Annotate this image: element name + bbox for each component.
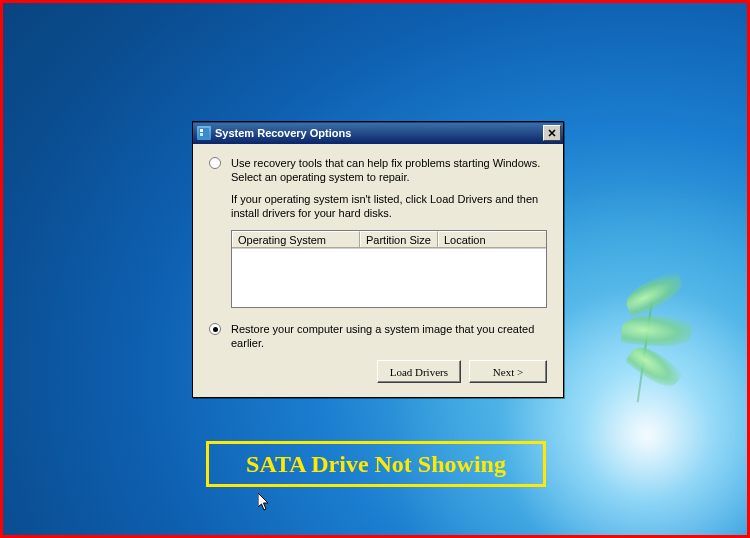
button-row: Load Drivers Next > bbox=[209, 360, 547, 383]
option-recovery-tools[interactable]: Use recovery tools that can help fix pro… bbox=[209, 156, 547, 184]
svg-rect-1 bbox=[200, 129, 203, 132]
os-list[interactable]: Operating System Partition Size Location bbox=[231, 230, 547, 308]
annotation-overlay: SATA Drive Not Showing bbox=[206, 441, 546, 487]
radio-restore-image[interactable] bbox=[209, 323, 221, 335]
dialog-body: Use recovery tools that can help fix pro… bbox=[193, 144, 563, 397]
option-recovery-tools-label: Use recovery tools that can help fix pro… bbox=[231, 156, 547, 184]
load-drivers-button[interactable]: Load Drivers bbox=[377, 360, 461, 383]
app-icon bbox=[197, 126, 211, 140]
next-button[interactable]: Next > bbox=[469, 360, 547, 383]
system-recovery-dialog: System Recovery Options Use recovery too… bbox=[192, 121, 564, 398]
radio-recovery-tools[interactable] bbox=[209, 157, 221, 169]
column-location[interactable]: Location bbox=[438, 231, 546, 248]
titlebar[interactable]: System Recovery Options bbox=[193, 122, 563, 144]
option-restore-image[interactable]: Restore your computer using a system ima… bbox=[209, 322, 547, 350]
dialog-title: System Recovery Options bbox=[215, 127, 543, 139]
column-os[interactable]: Operating System bbox=[232, 231, 360, 248]
column-partition-size[interactable]: Partition Size bbox=[360, 231, 438, 248]
load-drivers-hint: If your operating system isn't listed, c… bbox=[231, 192, 547, 220]
svg-rect-2 bbox=[200, 133, 203, 136]
option-restore-image-label: Restore your computer using a system ima… bbox=[231, 322, 547, 350]
list-header: Operating System Partition Size Location bbox=[232, 231, 546, 249]
close-button[interactable] bbox=[543, 125, 561, 141]
